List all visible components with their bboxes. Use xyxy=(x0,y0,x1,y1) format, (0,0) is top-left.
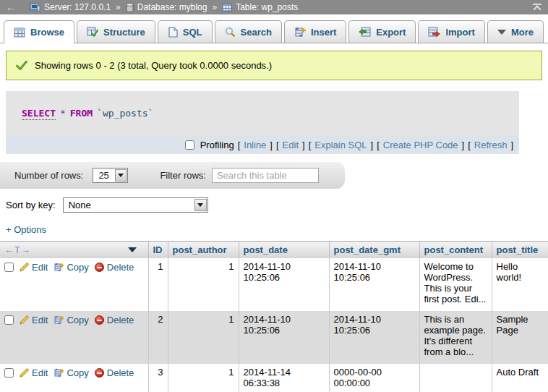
chevron-down-icon xyxy=(118,174,124,177)
delete-row-link[interactable]: Delete xyxy=(95,367,134,378)
tab-browse[interactable]: Browse xyxy=(4,20,74,43)
column-move-icon[interactable]: ←T→ xyxy=(4,244,31,255)
bracket: [ xyxy=(276,140,279,150)
delete-label: Delete xyxy=(107,315,134,325)
tab-search[interactable]: Search xyxy=(215,20,282,43)
sql-query-box: SELECT*FROM`wp_posts` xyxy=(6,91,519,136)
copy-row-link[interactable]: Copy xyxy=(53,262,88,273)
row-actions-cell: Edit Copy xyxy=(0,364,148,392)
column-header-id[interactable]: ID xyxy=(148,242,168,259)
cell-post-date: 2014-11-10 10:25:06 xyxy=(239,258,329,311)
results-table: ←T→ ID post_author post_date post_date_g… xyxy=(0,241,548,392)
create-php-code-link[interactable]: Create PHP Code xyxy=(383,140,458,150)
tab-label: More xyxy=(511,27,534,38)
column-header-post-author[interactable]: post_author xyxy=(168,242,239,259)
export-icon xyxy=(359,27,371,37)
cell-post-author: 1 xyxy=(168,311,239,364)
table-row: Edit Copy xyxy=(0,364,548,392)
bracket: ] xyxy=(462,140,465,150)
inline-link[interactable]: Inline xyxy=(244,140,266,150)
breadcrumb-database[interactable]: Database: myblog xyxy=(137,2,207,12)
cell-post-content xyxy=(419,364,492,392)
explain-sql-link[interactable]: Explain SQL xyxy=(314,140,367,150)
number-of-rows-select[interactable]: 25 xyxy=(93,168,128,183)
row-checkbox[interactable] xyxy=(4,368,14,378)
database-icon xyxy=(126,3,134,12)
bracket: ] xyxy=(371,140,374,150)
breadcrumb-server[interactable]: Server: 127.0.0.1 xyxy=(44,2,111,12)
sort-key-value: None xyxy=(64,200,194,210)
sort-by-key-label: Sort by key: xyxy=(6,200,56,210)
row-checkbox[interactable] xyxy=(4,315,14,325)
refresh-link[interactable]: Refresh xyxy=(474,140,508,150)
delete-label: Delete xyxy=(107,367,134,378)
cell-post-date-gmt: 0000-00-00 00:00:00 xyxy=(329,364,419,392)
copy-row-link[interactable]: Copy xyxy=(53,367,88,378)
table-icon xyxy=(222,3,232,12)
copy-label: Copy xyxy=(67,262,88,273)
tab-export[interactable]: Export xyxy=(348,20,416,43)
edit-row-link[interactable]: Edit xyxy=(20,367,48,378)
delete-label: Delete xyxy=(107,262,134,273)
cell-post-title: Auto Draft xyxy=(492,364,548,392)
column-header-post-title[interactable]: post_title xyxy=(492,242,548,259)
delete-row-link[interactable]: Delete xyxy=(95,262,134,273)
back-arrow-icon[interactable]: ← xyxy=(6,2,16,12)
collapse-panel-icon[interactable] xyxy=(532,4,542,11)
row-checkbox[interactable] xyxy=(4,263,14,272)
results-controls-bar: Number of rows: 25 Filter rows: xyxy=(0,162,345,189)
cell-post-date: 2014-11-14 06:33:38 xyxy=(239,364,329,392)
column-header-post-date[interactable]: post_date xyxy=(239,242,329,259)
breadcrumb-separator: » xyxy=(116,2,121,12)
copy-icon xyxy=(53,315,64,325)
table-row: Edit Copy xyxy=(0,258,548,311)
filter-rows-label: Filter rows: xyxy=(160,170,206,181)
table-header-row: ←T→ ID post_author post_date post_date_g… xyxy=(0,242,548,259)
copy-row-link[interactable]: Copy xyxy=(53,315,88,325)
select-arrow-button[interactable] xyxy=(115,169,127,182)
breadcrumb-table[interactable]: Table: wp_posts xyxy=(236,2,298,12)
status-message: Showing rows 0 - 2 (3 total, Query took … xyxy=(6,51,542,80)
copy-label: Copy xyxy=(67,367,88,378)
tab-import[interactable]: Import xyxy=(418,20,484,43)
tab-label: SQL xyxy=(183,27,202,38)
tab-sql[interactable]: SQL xyxy=(158,20,213,43)
sort-key-select[interactable]: None xyxy=(63,197,208,213)
options-toggle-link[interactable]: + Options xyxy=(6,224,46,235)
tab-structure[interactable]: Structure xyxy=(77,20,155,43)
bracket: ] xyxy=(270,140,273,150)
delete-icon xyxy=(95,368,104,378)
tab-insert[interactable]: Insert xyxy=(284,20,346,43)
column-header-post-content[interactable]: post_content xyxy=(419,242,492,259)
edit-label: Edit xyxy=(32,315,48,325)
bracket: [ xyxy=(238,140,241,150)
status-message-text: Showing rows 0 - 2 (3 total, Query took … xyxy=(35,60,272,71)
column-header-post-date-gmt[interactable]: post_date_gmt xyxy=(329,242,419,259)
number-of-rows-label: Number of rows: xyxy=(14,170,83,181)
delete-row-link[interactable]: Delete xyxy=(95,315,134,325)
sql-keyword-select[interactable]: SELECT xyxy=(22,108,56,120)
bracket: ] xyxy=(302,140,305,150)
edit-row-link[interactable]: Edit xyxy=(20,262,48,273)
cell-post-date-gmt: 2014-11-10 10:25:06 xyxy=(329,258,419,311)
select-arrow-button[interactable] xyxy=(194,199,207,211)
query-actions-bar: Profiling [ Inline ] [ Edit ] [ Explain … xyxy=(6,136,519,154)
server-icon xyxy=(30,3,40,12)
table-search-input[interactable] xyxy=(212,168,319,183)
edit-query-link[interactable]: Edit xyxy=(283,140,299,150)
bracket: ] xyxy=(510,140,513,150)
sort-indicator-icon[interactable] xyxy=(128,247,137,252)
sql-icon xyxy=(168,27,178,38)
cell-post-title: Hello world! xyxy=(492,258,548,311)
bracket: [ xyxy=(468,140,471,150)
cell-post-title: Sample Page xyxy=(492,311,548,364)
edit-row-link[interactable]: Edit xyxy=(20,315,48,325)
profiling-checkbox[interactable] xyxy=(185,140,194,150)
structure-icon xyxy=(87,27,98,37)
tab-label: Export xyxy=(376,27,406,38)
tab-more[interactable]: More xyxy=(487,20,544,43)
table-row: Edit Copy xyxy=(0,311,548,364)
breadcrumb-separator: » xyxy=(212,2,217,12)
delete-icon xyxy=(95,315,104,325)
row-actions-cell: Edit Copy xyxy=(0,311,148,364)
